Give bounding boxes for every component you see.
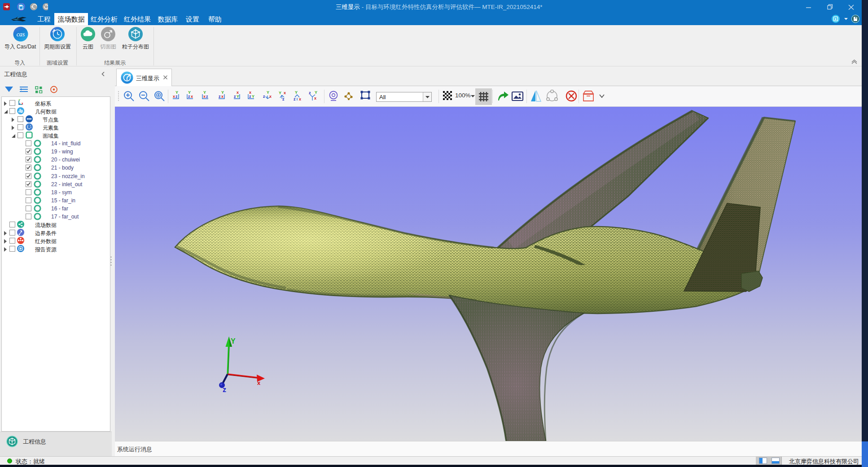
svg-text:z: z bbox=[206, 94, 208, 99]
svg-text:Y: Y bbox=[252, 94, 254, 99]
svg-text:Y: Y bbox=[18, 99, 20, 101]
svg-text:z: z bbox=[294, 97, 296, 101]
svg-text:Y: Y bbox=[188, 91, 191, 95]
svg-text:z: z bbox=[309, 91, 311, 95]
svg-text:x: x bbox=[284, 91, 286, 95]
svg-text:z: z bbox=[249, 94, 251, 99]
svg-text:x: x bbox=[173, 94, 175, 99]
svg-text:Y: Y bbox=[315, 91, 317, 95]
svg-text:z: z bbox=[263, 94, 265, 99]
svg-text:Y: Y bbox=[221, 91, 224, 95]
svg-text:x: x bbox=[22, 102, 23, 105]
svg-text:z: z bbox=[175, 94, 178, 99]
svg-text:x: x bbox=[257, 380, 261, 386]
svg-text:z: z bbox=[223, 386, 226, 393]
svg-text:x: x bbox=[249, 91, 251, 95]
svg-text:x: x bbox=[221, 94, 224, 99]
svg-text:z: z bbox=[234, 94, 236, 99]
svg-text:z: z bbox=[188, 94, 190, 99]
svg-text:x: x bbox=[299, 97, 301, 101]
svg-text:Y: Y bbox=[295, 91, 298, 95]
svg-text:x: x bbox=[269, 94, 272, 99]
svg-text:Y: Y bbox=[279, 91, 281, 95]
svg-text:Y: Y bbox=[231, 337, 236, 345]
svg-text:z: z bbox=[282, 97, 285, 101]
svg-text:Y: Y bbox=[237, 94, 239, 99]
svg-text:Y: Y bbox=[203, 91, 206, 95]
svg-text:x: x bbox=[237, 91, 239, 95]
svg-text:x: x bbox=[191, 94, 193, 99]
svg-text:Y: Y bbox=[175, 91, 178, 95]
svg-text:x: x bbox=[203, 94, 206, 99]
svg-text:x: x bbox=[314, 96, 316, 100]
svg-text:z: z bbox=[219, 94, 221, 99]
svg-text:cas: cas bbox=[17, 31, 25, 38]
svg-text:z: z bbox=[19, 102, 21, 105]
